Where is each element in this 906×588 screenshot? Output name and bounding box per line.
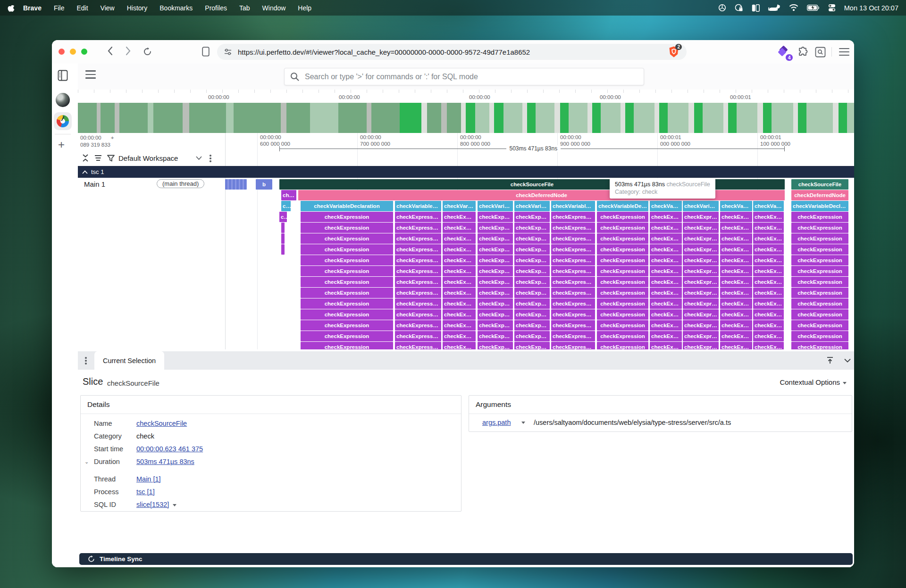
browser-menu-icon[interactable] <box>839 48 849 58</box>
menu-item-brave[interactable]: Brave <box>23 4 42 12</box>
flame-slice[interactable]: checkVariableDeclaration <box>443 201 476 211</box>
omnibox[interactable] <box>284 68 644 85</box>
flame-slice[interactable]: checkExpression <box>720 244 752 255</box>
flame-slice[interactable]: checkExpression <box>551 223 595 233</box>
flame-slice[interactable]: checkExpression <box>791 277 848 287</box>
flame-slice[interactable]: checkExpression <box>551 331 595 341</box>
menu-item-file[interactable]: File <box>54 4 65 12</box>
flame-slice[interactable]: checkExpression <box>597 223 648 233</box>
flame-slice[interactable]: checkExpression <box>791 244 848 255</box>
flame-slice[interactable]: checkExpression <box>597 288 648 298</box>
flame-slice[interactable]: checkExpression <box>514 244 550 255</box>
flame-slice[interactable]: checkExpression <box>443 309 476 320</box>
flame-slice[interactable]: checkExpression <box>597 342 648 349</box>
flame-slice[interactable]: checkExpression <box>281 190 296 200</box>
flame-slice[interactable]: checkExpression <box>301 288 393 298</box>
workspace-selector[interactable]: Default Workspace <box>118 154 178 162</box>
flame-slice[interactable]: checkExpression <box>301 255 393 265</box>
flame-slice[interactable]: checkExpression <box>791 298 848 309</box>
details-value[interactable]: 503ms 471µs 83ns <box>136 456 194 467</box>
contextual-options-button[interactable]: Contextual Options <box>780 378 847 386</box>
flame-slice[interactable]: checkExpression <box>597 255 648 265</box>
flame-slice[interactable]: checkExpression <box>551 309 595 320</box>
flame-slice[interactable]: checkExpression <box>791 331 848 341</box>
flame-slice[interactable]: checkExpression <box>443 342 476 349</box>
flame-slice[interactable]: checkExpression <box>478 255 513 265</box>
flame-slice[interactable]: checkExpression <box>551 342 595 349</box>
flame-slice[interactable]: checkExpression <box>551 266 595 276</box>
flame-slice[interactable]: checkExpression <box>791 233 848 244</box>
timeline-sync-bar[interactable]: Timeline Sync <box>79 553 853 565</box>
sidebar-search-icon[interactable] <box>815 47 826 58</box>
flame-slice[interactable]: checkVariableDeclaration <box>683 201 719 211</box>
flame-slice[interactable]: checkExpression <box>720 309 752 320</box>
flame-slice[interactable]: checkExpression <box>650 309 682 320</box>
flame-slice[interactable]: checkExpression <box>301 320 393 331</box>
flame-slice[interactable]: checkExpression <box>720 288 752 298</box>
sql-id-caret[interactable] <box>173 504 176 506</box>
flame-slice[interactable]: checkExpression <box>395 309 441 320</box>
flame-slice[interactable]: checkExpression <box>395 288 441 298</box>
overview-minimap[interactable] <box>78 103 854 133</box>
flame-slice[interactable]: checkExpression <box>514 255 550 265</box>
flame-slice[interactable]: checkExpression <box>395 320 441 331</box>
flame-slice[interactable]: checkVariableDeclaration <box>753 201 784 211</box>
flame-slice[interactable]: checkExpression <box>720 331 752 341</box>
flame-slice[interactable]: checkExpression <box>514 233 550 244</box>
flame-slice[interactable]: checkExpression <box>720 233 752 244</box>
flame-slice[interactable]: checkExpression <box>791 266 848 276</box>
flame-slice[interactable]: checkExpression <box>478 331 513 341</box>
flame-slice[interactable]: checkExpression <box>597 298 648 309</box>
flame-slice[interactable]: checkExpression <box>683 320 719 331</box>
details-value[interactable]: tsc [1] <box>136 487 155 497</box>
flame-slice[interactable]: checkExpression <box>443 277 476 287</box>
flame-slice[interactable]: checkSourceFile <box>791 179 848 190</box>
flame-slice[interactable]: checkExpression <box>443 331 476 341</box>
globe-sphere-icon[interactable] <box>56 93 70 107</box>
url-text[interactable]: https://ui.perfetto.dev/#!/viewer?local_… <box>238 48 668 56</box>
site-settings-icon[interactable] <box>224 48 232 56</box>
flame-slice[interactable]: checkExpression <box>683 266 719 276</box>
menu-item-bookmarks[interactable]: Bookmarks <box>159 4 193 12</box>
flame-slice[interactable]: checkExpression <box>791 223 848 233</box>
flame-slice[interactable]: checkExpression <box>683 233 719 244</box>
flame-slice[interactable]: checkExpression <box>683 244 719 255</box>
flame-slice[interactable]: checkExpression <box>478 233 513 244</box>
flame-slice[interactable]: checkExpression <box>301 223 393 233</box>
flame-slice[interactable]: checkExpression <box>395 266 441 276</box>
traffic-light-close[interactable] <box>59 49 65 55</box>
flame-slice[interactable]: checkExpression <box>597 320 648 331</box>
flame-slice[interactable]: checkExpression <box>720 212 752 222</box>
wifi-icon[interactable] <box>789 4 798 11</box>
flame-slice[interactable]: checkExpression <box>597 244 648 255</box>
flame-slice[interactable]: checkExpression <box>791 212 848 222</box>
flame-slice[interactable]: checkExpression <box>650 233 682 244</box>
tab-bar-menu-icon[interactable] <box>85 357 87 359</box>
flame-slice[interactable]: checkExpression <box>753 277 784 287</box>
flame-slice[interactable]: checkExpression <box>551 212 595 222</box>
flame-slice[interactable]: checkExpression <box>551 233 595 244</box>
collapse-panel-icon[interactable] <box>844 358 851 363</box>
flame-slice[interactable]: checkExpression <box>791 255 848 265</box>
flame-slice[interactable]: checkExpression <box>395 233 441 244</box>
flame-slice[interactable]: checkExpression <box>753 331 784 341</box>
chevron-down-icon[interactable] <box>196 156 202 160</box>
traffic-light-minimize[interactable] <box>70 49 76 55</box>
details-value[interactable]: Main [1] <box>136 474 161 484</box>
flame-slice[interactable]: checkExpression <box>753 233 784 244</box>
flame-slice[interactable]: checkExpression <box>478 223 513 233</box>
flame-slice[interactable]: checkVariableDeclaration <box>281 201 291 211</box>
flame-slice[interactable]: checkExpression <box>551 298 595 309</box>
flame-slice[interactable]: checkExpression <box>683 298 719 309</box>
details-value[interactable]: 00:00:00.623 461 375 <box>136 444 203 454</box>
flame-slice[interactable]: checkExpression <box>650 255 682 265</box>
workspace-menu-icon[interactable] <box>210 155 211 157</box>
search-input[interactable] <box>304 72 638 82</box>
forward-button[interactable] <box>126 46 131 56</box>
details-value[interactable]: checkSourceFile <box>136 418 187 429</box>
flame-slice[interactable]: checkVariableDeclaration <box>650 201 682 211</box>
flame-slice[interactable]: checkExpression <box>551 288 595 298</box>
flame-slice[interactable]: checkExpression <box>301 233 393 244</box>
flame-slice[interactable]: checkExpression <box>753 255 784 265</box>
duration-expand-chevron[interactable]: ⌄ <box>84 456 89 467</box>
